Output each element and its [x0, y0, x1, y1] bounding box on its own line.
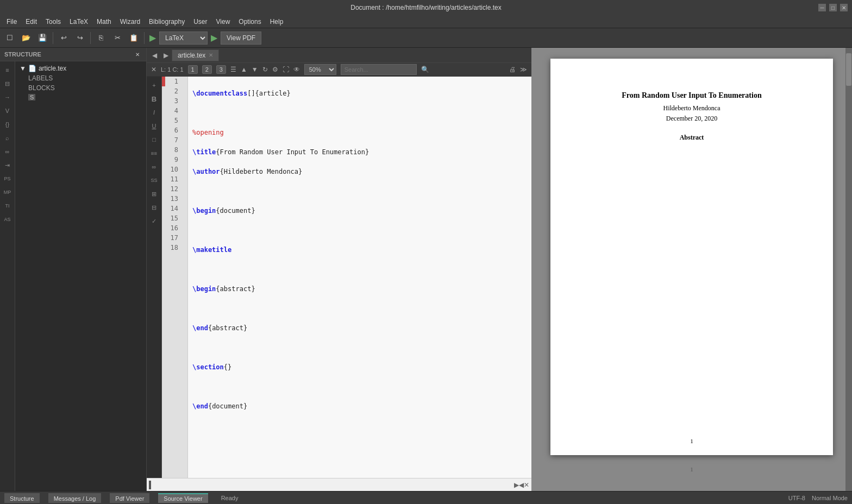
toggle-line-numbers-button[interactable]: ✕: [151, 66, 156, 73]
tree-labels-label: LABELS: [28, 74, 53, 82]
menu-options[interactable]: Options: [234, 17, 265, 27]
bottom-arrow-right-1[interactable]: ▶: [514, 481, 519, 489]
tab-next-button[interactable]: ▶: [160, 51, 172, 60]
menu-tools[interactable]: Tools: [41, 17, 65, 27]
tab-prev-button[interactable]: ◀: [149, 51, 160, 60]
nav-down-button[interactable]: ▼: [252, 66, 258, 73]
tree-item-s[interactable]: S: [15, 93, 146, 102]
minimize-button[interactable]: ─: [818, 4, 826, 11]
close-button[interactable]: ✕: [840, 4, 848, 11]
search-icon[interactable]: ⌕: [1, 131, 14, 144]
go-to-line-icon[interactable]: →: [1, 91, 14, 104]
mode-2-button[interactable]: 2: [202, 65, 212, 74]
cut-button[interactable]: ✂: [110, 30, 125, 46]
tree-item-blocks[interactable]: BLOCKS: [15, 83, 146, 93]
options-button[interactable]: ☰: [230, 66, 236, 73]
menu-user[interactable]: User: [189, 17, 211, 27]
ti-icon[interactable]: TI: [1, 199, 14, 212]
bottom-close[interactable]: ✕: [524, 481, 529, 489]
main-content: STRUCTURE ✕ ≡ ⊟ → V {} ⌕ ∞ ⇥ PS MP TI AS…: [0, 48, 852, 491]
editor-box-icon[interactable]: □: [148, 133, 161, 146]
menu-wizard[interactable]: Wizard: [116, 17, 145, 27]
menu-help[interactable]: Help: [266, 17, 288, 27]
pdf-scrollbar[interactable]: [845, 48, 852, 491]
code-line-11: \begin{abstract}: [192, 284, 527, 294]
structure-close-button[interactable]: ✕: [133, 50, 142, 59]
compile-select[interactable]: LaTeX pdfLaTeX XeLaTeX LuaLaTeX: [159, 32, 208, 45]
window-controls: ─ □ ✕: [818, 4, 848, 11]
line-10-gutter: 10: [162, 165, 187, 174]
mark-icon[interactable]: V: [1, 104, 14, 117]
brackets-icon[interactable]: {}: [1, 118, 14, 131]
new-file-button[interactable]: ☐: [2, 30, 17, 46]
run-button[interactable]: ▶: [147, 33, 158, 43]
pdf-preview[interactable]: From Random User Input To Enumeration Hi…: [531, 48, 852, 491]
bottom-input[interactable]: [153, 481, 514, 489]
editor-loop2-icon[interactable]: ∞: [148, 160, 161, 173]
indent-icon[interactable]: ⇥: [1, 159, 14, 172]
undo-button[interactable]: ↩: [56, 30, 71, 46]
settings-button[interactable]: ⚙: [272, 66, 278, 73]
loop-icon[interactable]: ∞: [1, 145, 14, 158]
code-content[interactable]: \documentclass[]{article} %opening \titl…: [188, 77, 531, 478]
redo-button[interactable]: ↪: [72, 30, 87, 46]
editor-status-bar: ✕ L: 1 C: 1 1 2 3 ☰ ▲ ▼ ↻ ⚙ ⛶ 👁 50% 75% …: [147, 63, 531, 77]
code-line-17: \end{document}: [192, 401, 527, 411]
zoom-select[interactable]: 50% 75% 100% 125% 150%: [304, 64, 336, 75]
menu-edit[interactable]: Edit: [21, 17, 41, 27]
view-pdf-button[interactable]: View PDF: [221, 32, 261, 45]
refresh-button[interactable]: ↻: [262, 66, 268, 73]
menu-math[interactable]: Math: [92, 17, 116, 27]
statusbar-tab-messages[interactable]: Messages / Log: [48, 493, 102, 503]
editor-tab-article[interactable]: article.tex ✕: [172, 49, 219, 61]
code-line-8: [192, 225, 527, 235]
tree-item-article[interactable]: ▼ 📄 article.tex: [15, 64, 146, 73]
editor-shrink-icon[interactable]: ⊟: [148, 201, 161, 214]
search-input[interactable]: [341, 64, 417, 75]
open-file-button[interactable]: 📂: [18, 30, 34, 46]
as-icon[interactable]: AS: [1, 213, 14, 226]
title-bar: Document : /home/htmfilho/writing/articl…: [0, 0, 852, 15]
mode-3-button[interactable]: 3: [216, 65, 226, 74]
statusbar-tab-pdfviewer[interactable]: Pdf Viewer: [110, 493, 149, 503]
editor-tab-bar: ◀ ▶ article.tex ✕: [147, 48, 531, 63]
paste-button[interactable]: 📋: [126, 30, 141, 46]
copy-button[interactable]: ⎘: [93, 30, 109, 46]
menu-file[interactable]: File: [2, 17, 21, 27]
editor-expand-icon[interactable]: ⊞: [148, 187, 161, 200]
menu-bibliography[interactable]: Bibliography: [145, 17, 189, 27]
editor-env-icon[interactable]: ≡≡: [148, 147, 161, 160]
pdf-page-number: 1: [550, 438, 833, 444]
editor-b-icon[interactable]: B: [148, 92, 161, 105]
maximize-button[interactable]: □: [829, 4, 837, 11]
mp-icon[interactable]: MP: [1, 186, 14, 199]
menu-latex[interactable]: LaTeX: [65, 17, 92, 27]
bottom-arrow-left[interactable]: ◀: [519, 481, 524, 489]
tab-close-icon[interactable]: ✕: [209, 52, 213, 58]
print-button[interactable]: 🖨: [509, 66, 516, 73]
status-ready: Ready: [221, 495, 239, 501]
statusbar-tab-sourceviewer[interactable]: Source Viewer: [158, 493, 208, 503]
editor-check-icon[interactable]: ✓: [148, 215, 161, 228]
editor-new-icon[interactable]: +: [148, 79, 161, 92]
mode-1-button[interactable]: 1: [188, 65, 198, 74]
line-6-num: 6: [165, 125, 181, 135]
expand-all-icon[interactable]: ≡: [1, 64, 14, 77]
editor-ss-icon[interactable]: SS: [148, 174, 161, 187]
nav-up-button[interactable]: ▲: [241, 66, 247, 73]
more-button[interactable]: ≫: [520, 66, 527, 73]
ps-icon[interactable]: PS: [1, 172, 14, 185]
menu-view[interactable]: View: [212, 17, 235, 27]
eye-button[interactable]: 👁: [293, 66, 300, 73]
fullscreen-button[interactable]: ⛶: [283, 66, 289, 73]
collapse-all-icon[interactable]: ⊟: [1, 77, 14, 90]
compile-run-button[interactable]: ▶: [209, 33, 220, 43]
editor-underline-icon[interactable]: U: [148, 119, 161, 133]
tree-item-labels[interactable]: LABELS: [15, 73, 146, 83]
pdf-scrollbar-thumb[interactable]: [846, 53, 851, 86]
pdf-author: Hildeberto Mendonca: [588, 104, 795, 112]
search-button[interactable]: 🔍: [421, 66, 429, 73]
statusbar-tab-structure[interactable]: Structure: [4, 493, 40, 503]
editor-italic-icon[interactable]: I: [148, 106, 161, 119]
save-button[interactable]: 💾: [35, 30, 50, 46]
